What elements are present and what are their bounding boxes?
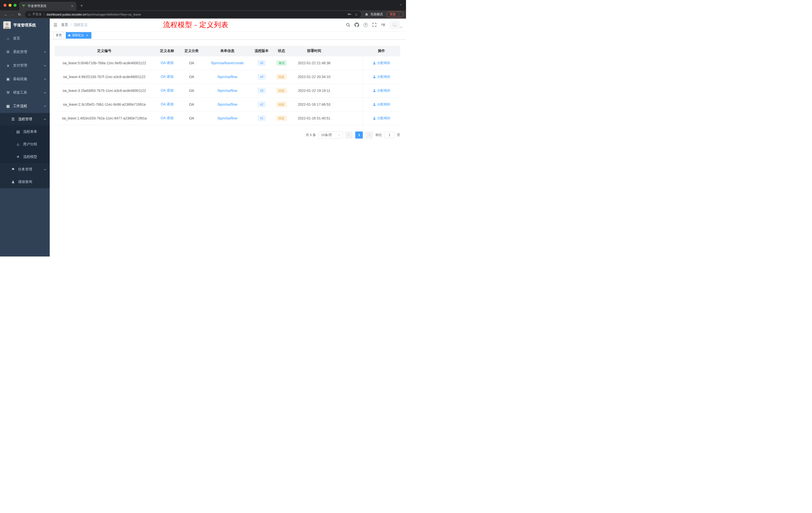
definition-name-link[interactable]: OA 请假	[161, 74, 174, 79]
assign-rule-button[interactable]: 分配规则	[373, 61, 390, 65]
sidebar-item-home[interactable]: 首页	[0, 32, 50, 45]
browser-tab-strip: 芋道管理系统	[0, 0, 406, 10]
table-row: oa_leave:4:991f2193-7b7f-11ec-a3c8-acde4…	[55, 70, 400, 84]
tag-home[interactable]: 首页	[53, 32, 64, 39]
browser-menu-kebab-icon[interactable]	[396, 12, 402, 17]
paper-plane-icon	[15, 155, 21, 159]
version-badge: v1	[258, 116, 266, 121]
key-icon[interactable]	[348, 12, 351, 17]
cell-spacer	[337, 111, 362, 125]
back-button[interactable]	[2, 11, 9, 18]
app-title: 芋道管理系统	[13, 23, 36, 28]
status-badge: 挂起	[276, 116, 287, 121]
page-size-select[interactable]: 10条/页	[318, 131, 343, 139]
app: 芋道管理系统 首页 系统管理 支付管理	[0, 19, 406, 256]
col-actions: 操作	[362, 46, 400, 56]
tag-label: 首页	[56, 33, 62, 37]
breadcrumb-home[interactable]: 首页	[61, 23, 68, 27]
assign-rule-label: 分配规则	[377, 116, 390, 120]
sidebar-item-process-form[interactable]: 流程表单	[0, 125, 50, 138]
sidebar-item-process-management[interactable]: 流程管理	[0, 113, 50, 125]
tag-process-definition[interactable]: 流程定义	[66, 32, 91, 39]
tag-close-icon[interactable]	[85, 34, 89, 37]
sidebar-item-label: 研发工具	[13, 90, 44, 95]
col-deploy-time: 部署时间	[291, 46, 337, 56]
tab-search-chevron-icon[interactable]	[400, 3, 402, 5]
search-icon[interactable]	[345, 22, 351, 28]
github-icon[interactable]	[354, 22, 360, 28]
sidebar-item-infrastructure[interactable]: 基础设施	[0, 72, 50, 86]
goto-page-input[interactable]	[384, 132, 395, 138]
col-definition-id: 定义编号	[55, 46, 154, 56]
url-path: /bpm/manager/definition?key=oa_leave	[86, 13, 141, 16]
cell-form-info: /bpm/oa/flow	[203, 70, 252, 84]
sidebar-logo[interactable]: 芋道管理系统	[0, 19, 50, 32]
sidebar-item-leave-query[interactable]: 请假查询	[0, 176, 50, 188]
user-icon	[373, 117, 376, 120]
new-tab-button[interactable]	[78, 2, 85, 9]
cell-deploy-time: 2022-01-22 20:34:10	[291, 70, 337, 84]
chevron-down-icon	[44, 168, 46, 170]
col-definition-category: 定义分类	[180, 46, 203, 56]
sidebar: 芋道管理系统 首页 系统管理 支付管理	[0, 19, 50, 256]
minimize-window-button[interactable]	[8, 4, 11, 7]
cell-category: OA	[180, 111, 203, 125]
sidebar-item-label: 支付管理	[13, 63, 44, 68]
url-omnibox[interactable]: 不安全 dashboard.yudao.iocoder.cn /bpm/mana…	[25, 11, 361, 18]
sidebar-item-task-management[interactable]: 任务管理	[0, 163, 50, 176]
cell-version: v2	[252, 97, 271, 111]
cell-category: OA	[180, 70, 203, 84]
help-icon[interactable]: ?	[362, 22, 369, 28]
sidebar-toggle-hamburger-icon[interactable]	[50, 19, 61, 31]
cell-definition-id: oa_leave:5:004b710b-7b8a-11ec-8ef0-acde4…	[55, 56, 154, 70]
fullscreen-icon[interactable]	[371, 22, 377, 28]
assign-rule-button[interactable]: 分配规则	[373, 88, 390, 93]
definition-name-link[interactable]: OA 请假	[161, 102, 174, 106]
close-window-button[interactable]	[3, 4, 6, 7]
assign-rule-button[interactable]: 分配规则	[373, 74, 390, 79]
assign-rule-button[interactable]: 分配规则	[373, 102, 390, 107]
cell-spacer	[337, 97, 362, 111]
sidebar-item-label: 任务管理	[18, 167, 44, 172]
assign-rule-button[interactable]: 分配规则	[373, 116, 390, 120]
avatar[interactable]	[390, 21, 400, 29]
tab-close-icon[interactable]	[70, 4, 74, 8]
version-badge: v4	[258, 74, 266, 80]
status-badge: 挂起	[276, 102, 287, 107]
form-link[interactable]: /bpm/oa/flow	[218, 116, 237, 120]
navbar: 首页 / 流程定义 流程模型 - 定义列表 ? TT	[50, 19, 406, 31]
chevron-down-icon	[44, 91, 46, 93]
form-link[interactable]: /bpm/oa/flow	[218, 102, 237, 107]
sidebar-item-process-model[interactable]: 流程模型	[0, 151, 50, 163]
col-status: 状态	[271, 46, 291, 56]
update-chip[interactable]: 更新	[386, 11, 404, 17]
sidebar-item-payment-management[interactable]: 支付管理	[0, 59, 50, 72]
definition-name-link[interactable]: OA 请假	[161, 61, 174, 65]
prev-page-button[interactable]	[345, 131, 353, 139]
reload-button[interactable]	[16, 11, 23, 18]
browser-tab[interactable]: 芋道管理系统	[19, 2, 76, 10]
table-row: oa_leave:5:004b710b-7b8a-11ec-8ef0-acde4…	[55, 56, 400, 70]
zoom-window-button[interactable]	[13, 4, 17, 7]
forward-button[interactable]	[9, 11, 16, 18]
form-link[interactable]: /bpm/oa/flow	[218, 89, 237, 93]
form-link[interactable]: /bpm/oa/flow	[218, 75, 237, 79]
definition-name-link[interactable]: OA 请假	[161, 116, 174, 120]
version-badge: v3	[258, 88, 266, 93]
sidebar-item-system-management[interactable]: 系统管理	[0, 45, 50, 59]
sidebar-item-user-group[interactable]: 用户分组	[0, 138, 50, 151]
form-link[interactable]: /bpm/oa/leave/create	[211, 61, 244, 65]
sidebar-item-dev-tools[interactable]: 研发工具	[0, 86, 50, 99]
bookmark-star-icon[interactable]	[354, 12, 358, 17]
definition-name-link[interactable]: OA 请假	[161, 88, 174, 92]
font-size-icon[interactable]: TT	[380, 22, 386, 28]
page-number-button[interactable]: 1	[355, 131, 363, 139]
cell-actions: 分配规则	[362, 97, 400, 111]
avatar-caret-icon[interactable]	[400, 26, 402, 28]
page-title-annotation: 流程模型 - 定义列表	[163, 20, 229, 30]
next-page-button[interactable]	[365, 131, 373, 139]
sidebar-item-workflow[interactable]: 工作流程	[0, 99, 50, 113]
col-form-info: 表单信息	[203, 46, 252, 56]
user-icon	[373, 103, 376, 106]
main: 首页 / 流程定义 流程模型 - 定义列表 ? TT	[50, 19, 406, 256]
